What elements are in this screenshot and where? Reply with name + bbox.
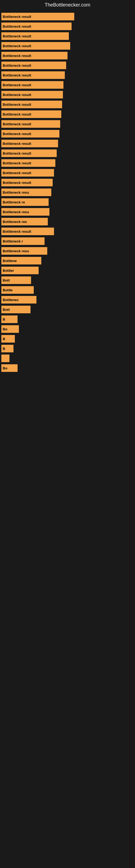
bar-label-32: Bo — [3, 327, 7, 331]
bar-row: Bott — [0, 306, 135, 313]
bar-4: Bottleneck result — [1, 52, 68, 59]
bar-label-28: Bottle — [3, 288, 13, 292]
bar-16: Bottleneck result — [1, 169, 54, 177]
bar-29: Bottlenec — [1, 296, 37, 304]
bar-row: Bottleneck result — [0, 227, 135, 235]
bar-label-30: Bott — [3, 308, 10, 312]
bar-19: Bottleneck re — [1, 198, 49, 206]
bar-34: B — [1, 345, 13, 352]
bar-row: Bottleneck resu — [0, 208, 135, 216]
bar-row: Bottleneck result — [0, 32, 135, 40]
bar-5: Bottleneck result — [1, 62, 66, 69]
bar-label-23: Bottleneck r — [3, 239, 23, 243]
site-title: TheBottlenecker.com — [0, 0, 135, 10]
bar-label-6: Bottleneck result — [3, 73, 31, 77]
bar-label-13: Bottleneck result — [3, 142, 31, 146]
bar-label-0: Bottleneck result — [3, 14, 31, 19]
bar-36: Bo — [1, 364, 17, 372]
bar-row: Bottleneck result — [0, 150, 135, 157]
bar-33: B — [1, 335, 15, 343]
bar-label-29: Bottlenec — [3, 298, 18, 302]
bar-label-15: Bottleneck result — [3, 161, 31, 165]
bar-label-2: Bottleneck result — [3, 34, 31, 38]
bar-label-19: Bottleneck re — [3, 200, 25, 204]
bar-label-25: Bottlene — [3, 259, 17, 263]
bar-14: Bottleneck result — [1, 150, 57, 157]
bar-3: Bottleneck result — [1, 42, 70, 50]
bar-label-8: Bottleneck result — [3, 93, 31, 97]
bar-row: Bottle — [0, 286, 135, 294]
bar-row: Bottleneck res — [0, 218, 135, 225]
bar-label-16: Bottleneck result — [3, 171, 31, 175]
bar-row: Bottleneck r — [0, 237, 135, 245]
bar-10: Bottleneck result — [1, 111, 61, 118]
bar-row: B — [0, 335, 135, 343]
bar-2: Bottleneck result — [1, 32, 69, 40]
bar-label-5: Bottleneck result — [3, 63, 31, 67]
bar-row: Bottleneck result — [0, 42, 135, 50]
bar-18: Bottleneck resu — [1, 188, 51, 196]
bar-row — [0, 354, 135, 362]
bar-17: Bottleneck result — [1, 179, 53, 186]
bar-label-12: Bottleneck result — [3, 132, 31, 136]
bar-7: Bottleneck result — [1, 81, 63, 89]
bar-row: Bottleneck result — [0, 169, 135, 177]
bar-28: Bottle — [1, 286, 34, 294]
bar-35 — [1, 354, 9, 362]
bar-label-7: Bottleneck result — [3, 83, 31, 87]
bar-label-34: B — [3, 347, 5, 351]
bar-label-20: Bottleneck resu — [3, 210, 29, 214]
bar-row: Bottleneck result — [0, 130, 135, 137]
bar-label-1: Bottleneck result — [3, 24, 31, 29]
bar-row: Bottleneck resu — [0, 188, 135, 196]
bar-9: Bottleneck result — [1, 101, 62, 108]
bars-container: Bottleneck resultBottleneck resultBottle… — [0, 10, 135, 377]
bar-8: Bottleneck result — [1, 91, 63, 98]
bar-13: Bottleneck result — [1, 140, 58, 147]
bar-row: Bottleneck result — [0, 111, 135, 118]
bar-row: Bottleneck result — [0, 23, 135, 30]
bar-row: B — [0, 315, 135, 323]
bar-label-9: Bottleneck result — [3, 102, 31, 106]
bar-label-33: B — [3, 337, 5, 341]
bar-25: Bottlene — [1, 257, 41, 265]
bar-row: Bottleneck result — [0, 120, 135, 128]
bar-31: B — [1, 315, 17, 323]
bar-12: Bottleneck result — [1, 130, 59, 137]
bar-30: Bott — [1, 306, 31, 313]
bar-label-4: Bottleneck result — [3, 54, 31, 58]
bar-row: Bottleneck result — [0, 62, 135, 69]
bar-row: Bottlene — [0, 257, 135, 265]
bar-label-27: Bott — [3, 278, 10, 282]
bar-label-26: Bottler — [3, 269, 14, 273]
bar-32: Bo — [1, 325, 19, 333]
bar-15: Bottleneck result — [1, 159, 55, 167]
bar-row: Bottleneck result — [0, 52, 135, 59]
bar-row: Bo — [0, 325, 135, 333]
bar-27: Bott — [1, 276, 31, 284]
bar-0: Bottleneck result — [1, 13, 74, 20]
bar-6: Bottleneck result — [1, 71, 65, 79]
bar-1: Bottleneck result — [1, 23, 72, 30]
bar-row: B — [0, 345, 135, 352]
bar-label-24: Bottleneck resu — [3, 249, 29, 253]
bar-23: Bottleneck r — [1, 237, 45, 245]
bar-row: Bottleneck result — [0, 91, 135, 98]
bar-row: Bottler — [0, 267, 135, 274]
bar-row: Bottleneck result — [0, 159, 135, 167]
bar-row: Bottleneck re — [0, 198, 135, 206]
bar-row: Bottleneck result — [0, 13, 135, 20]
bar-label-21: Bottleneck res — [3, 220, 27, 224]
bar-21: Bottleneck res — [1, 218, 48, 225]
bar-row: Bo — [0, 364, 135, 372]
bar-22: Bottleneck result — [1, 227, 54, 235]
bar-row: Bottleneck result — [0, 140, 135, 147]
bar-row: Bottleneck result — [0, 179, 135, 186]
bar-row: Bott — [0, 276, 135, 284]
bar-row: Bottleneck resu — [0, 247, 135, 255]
bar-label-18: Bottleneck resu — [3, 190, 29, 194]
bar-label-3: Bottleneck result — [3, 44, 31, 48]
bar-label-11: Bottleneck result — [3, 122, 31, 126]
bar-row: Bottleneck result — [0, 81, 135, 89]
bar-label-31: B — [3, 317, 5, 321]
